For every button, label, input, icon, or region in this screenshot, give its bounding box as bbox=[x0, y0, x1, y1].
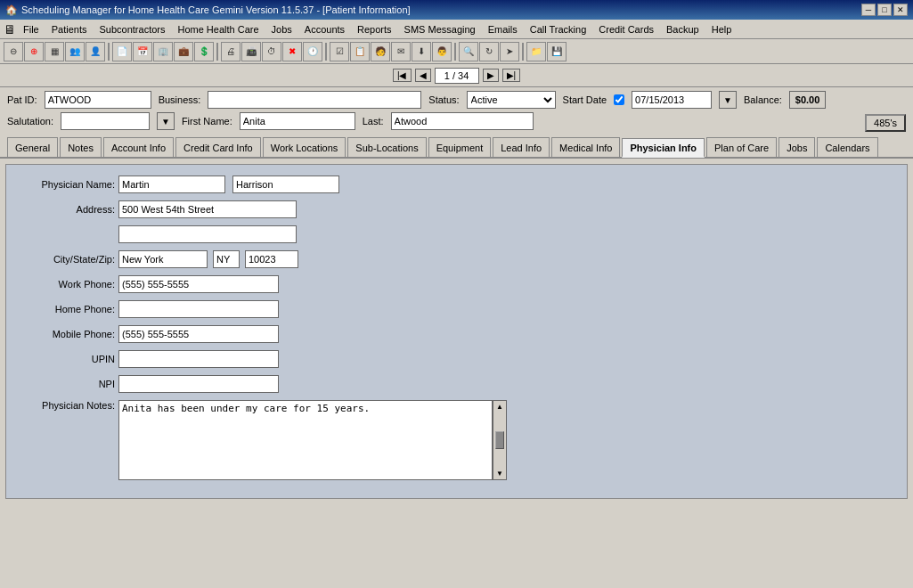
physician-name-label: Physician Name: bbox=[17, 179, 115, 190]
toolbar-fax-btn[interactable]: 📠 bbox=[241, 42, 261, 61]
tab-work-locations[interactable]: Work Locations bbox=[263, 137, 346, 157]
start-date-input[interactable] bbox=[632, 91, 712, 109]
status-label: Status: bbox=[428, 94, 459, 105]
menu-subcontractors[interactable]: Subcontractors bbox=[94, 22, 170, 37]
menu-jobs[interactable]: Jobs bbox=[266, 22, 298, 37]
nav-prev-btn[interactable]: ◀ bbox=[415, 69, 431, 82]
business-input[interactable] bbox=[208, 91, 421, 109]
tab-general[interactable]: General bbox=[7, 137, 58, 157]
toolbar-person2-btn[interactable]: 🧑 bbox=[371, 42, 390, 61]
physician-address-row2 bbox=[17, 225, 896, 243]
last-name-input[interactable] bbox=[391, 112, 534, 130]
toolbar-arrow-btn[interactable]: ➤ bbox=[500, 42, 519, 61]
patient-row1: Pat ID: Business: Status: Active Inactiv… bbox=[7, 91, 906, 109]
toolbar-minus-btn[interactable]: ⊖ bbox=[4, 42, 23, 61]
menu-file[interactable]: File bbox=[18, 22, 45, 37]
tab-notes[interactable]: Notes bbox=[60, 137, 102, 157]
toolbar-grid-btn[interactable]: ▦ bbox=[45, 42, 64, 61]
tab-account-info[interactable]: Account Info bbox=[103, 137, 174, 157]
start-date-checkbox[interactable] bbox=[614, 94, 624, 105]
main-content: Physician Name: Address: City/State/Zip:… bbox=[5, 164, 908, 499]
patient-row2: Salutation: ▼ First Name: Last: bbox=[7, 112, 534, 130]
title-bar-controls[interactable]: ─ □ ✕ bbox=[861, 4, 908, 16]
physician-mobile-phone-input[interactable] bbox=[118, 325, 279, 343]
tab-lead-info[interactable]: Lead Info bbox=[493, 137, 550, 157]
physician-notes-textarea[interactable]: Anita has been under my care for 15 year… bbox=[118, 400, 493, 480]
maximize-button[interactable]: □ bbox=[877, 4, 892, 16]
menu-call-tracking[interactable]: Call Tracking bbox=[525, 22, 592, 37]
nav-next-btn[interactable]: ▶ bbox=[483, 69, 499, 82]
first-name-input[interactable] bbox=[240, 112, 355, 130]
toolbar-clock-btn[interactable]: ⏱ bbox=[262, 42, 281, 61]
tab-medical-info[interactable]: Medical Info bbox=[551, 137, 620, 157]
toolbar-calendar-btn[interactable]: 📅 bbox=[133, 42, 152, 61]
toolbar-doc-btn[interactable]: 📄 bbox=[112, 42, 132, 61]
toolbar-download-btn[interactable]: ⬇ bbox=[412, 42, 431, 61]
toolbar-briefcase-btn[interactable]: 💼 bbox=[174, 42, 193, 61]
tab-sub-locations[interactable]: Sub-Locations bbox=[347, 137, 426, 157]
toolbar-add-btn[interactable]: ⊕ bbox=[24, 42, 44, 61]
physician-first-name-input[interactable] bbox=[118, 176, 225, 193]
window-title: Scheduling Manager for Home Health Care … bbox=[21, 4, 411, 15]
toolbar-clock2-btn[interactable]: 🕐 bbox=[303, 42, 322, 61]
btn-485[interactable]: 485's bbox=[865, 114, 906, 132]
menu-help[interactable]: Help bbox=[706, 22, 738, 37]
physician-state-input[interactable] bbox=[213, 250, 240, 268]
toolbar: ⊖ ⊕ ▦ 👥 👤 📄 📅 🏢 💼 💲 🖨 📠 ⏱ ✖ 🕐 ☑ 📋 🧑 ✉ ⬇ … bbox=[0, 39, 913, 64]
menu-sms[interactable]: SMS Messaging bbox=[399, 22, 481, 37]
toolbar-building-btn[interactable]: 🏢 bbox=[153, 42, 173, 61]
toolbar-save-btn[interactable]: 💾 bbox=[547, 42, 567, 61]
toolbar-doc2-btn[interactable]: 📋 bbox=[350, 42, 370, 61]
nav-last-btn[interactable]: ▶| bbox=[502, 69, 521, 82]
menu-backup[interactable]: Backup bbox=[661, 22, 705, 37]
status-select[interactable]: Active Inactive bbox=[467, 91, 556, 109]
nav-first-btn[interactable]: |◀ bbox=[393, 69, 412, 82]
close-button[interactable]: ✕ bbox=[893, 4, 908, 16]
tab-equipment[interactable]: Equipment bbox=[428, 137, 492, 157]
physician-address1-input[interactable] bbox=[118, 200, 297, 218]
menu-patients[interactable]: Patients bbox=[46, 22, 93, 37]
toolbar-person3-btn[interactable]: 👨 bbox=[432, 42, 452, 61]
menu-accounts[interactable]: Accounts bbox=[299, 22, 350, 37]
toolbar-folder-btn[interactable]: 📁 bbox=[526, 42, 546, 61]
tab-credit-card-info[interactable]: Credit Card Info bbox=[175, 137, 261, 157]
pat-id-label: Pat ID: bbox=[7, 94, 37, 105]
salutation-dropdown-btn[interactable]: ▼ bbox=[157, 112, 175, 130]
tab-physician-info[interactable]: Physician Info bbox=[622, 138, 705, 158]
toolbar-print-btn[interactable]: 🖨 bbox=[221, 42, 240, 61]
pat-id-input[interactable] bbox=[45, 91, 151, 109]
scrollbar-up-btn[interactable]: ▲ bbox=[496, 403, 503, 411]
last-name-label: Last: bbox=[363, 116, 384, 127]
physician-home-phone-input[interactable] bbox=[118, 300, 279, 318]
toolbar-people-btn[interactable]: 👥 bbox=[65, 42, 85, 61]
physician-work-phone-input[interactable] bbox=[118, 275, 279, 293]
scrollbar-down-btn[interactable]: ▼ bbox=[496, 470, 503, 478]
salutation-input[interactable] bbox=[61, 112, 150, 130]
tab-plan-of-care[interactable]: Plan of Care bbox=[706, 137, 777, 157]
menu-home-health-care[interactable]: Home Health Care bbox=[172, 22, 264, 37]
toolbar-magnify-btn[interactable]: 🔍 bbox=[459, 42, 478, 61]
physician-address-label: Address: bbox=[17, 204, 115, 215]
toolbar-person-btn[interactable]: 👤 bbox=[86, 42, 105, 61]
toolbar-x-btn[interactable]: ✖ bbox=[282, 42, 302, 61]
physician-zip-input[interactable] bbox=[245, 250, 298, 268]
toolbar-dollar-btn[interactable]: 💲 bbox=[194, 42, 214, 61]
minimize-button[interactable]: ─ bbox=[861, 4, 876, 16]
physician-mobile-phone-row: Mobile Phone: bbox=[17, 325, 896, 343]
toolbar-refresh-btn[interactable]: ↻ bbox=[479, 42, 499, 61]
menu-emails[interactable]: Emails bbox=[483, 22, 523, 37]
toolbar-envelope-btn[interactable]: ✉ bbox=[391, 42, 411, 61]
menu-reports[interactable]: Reports bbox=[352, 22, 397, 37]
physician-last-name-input[interactable] bbox=[232, 176, 339, 193]
toolbar-check-btn[interactable]: ☑ bbox=[330, 42, 349, 61]
start-date-picker-btn[interactable]: ▼ bbox=[719, 91, 737, 109]
menu-credit-cards[interactable]: Credit Cards bbox=[593, 22, 659, 37]
tab-jobs[interactable]: Jobs bbox=[778, 137, 815, 157]
physician-address2-input[interactable] bbox=[118, 225, 297, 243]
nav-position-input[interactable] bbox=[435, 68, 479, 84]
balance-label: Balance: bbox=[744, 94, 782, 105]
physician-npi-input[interactable] bbox=[118, 375, 279, 393]
tab-calendars[interactable]: Calendars bbox=[817, 137, 877, 157]
physician-upin-input[interactable] bbox=[118, 350, 279, 368]
physician-city-input[interactable] bbox=[118, 250, 208, 268]
